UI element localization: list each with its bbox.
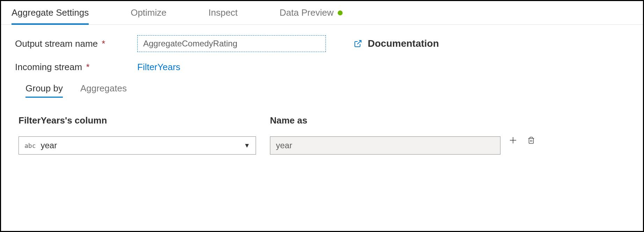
tab-data-preview-label: Data Preview (280, 7, 334, 18)
row-actions (507, 115, 537, 146)
content-area: Output stream name * Documentation Incom… (1, 25, 643, 165)
external-link-icon (354, 39, 362, 48)
tab-inspect[interactable]: Inspect (208, 1, 252, 24)
output-stream-input[interactable] (137, 35, 326, 52)
type-badge: abc (24, 142, 36, 149)
required-asterisk: * (102, 38, 105, 49)
columns-row: FilterYears's column abc year ▼ Name as (15, 115, 629, 155)
sub-tab-group-by[interactable]: Group by (25, 83, 63, 98)
source-column-dropdown[interactable]: abc year ▼ (19, 136, 256, 155)
add-button[interactable] (507, 135, 519, 146)
documentation-link[interactable]: Documentation (354, 38, 439, 49)
name-as-column-group: Name as (270, 115, 500, 155)
trash-icon (527, 136, 535, 144)
svg-line-0 (357, 40, 361, 44)
sub-tab-aggregates[interactable]: Aggregates (80, 83, 127, 98)
incoming-stream-label-text: Incoming stream (15, 62, 82, 72)
incoming-stream-label: Incoming stream * (15, 62, 137, 73)
source-column-header: FilterYears's column (19, 115, 256, 126)
chevron-down-icon: ▼ (244, 142, 250, 149)
source-column-value: year (41, 141, 244, 150)
required-asterisk: * (86, 62, 89, 72)
tab-optimize[interactable]: Optimize (131, 1, 181, 24)
name-as-header: Name as (270, 115, 500, 126)
incoming-stream-value[interactable]: FilterYears (137, 62, 180, 73)
settings-tabs: Aggregate Settings Optimize Inspect Data… (1, 1, 643, 25)
status-dot-icon (338, 10, 343, 15)
output-stream-label-text: Output stream name (15, 38, 98, 49)
documentation-label: Documentation (368, 38, 439, 49)
tab-data-preview[interactable]: Data Preview (280, 1, 357, 24)
source-column-group: FilterYears's column abc year ▼ (19, 115, 256, 155)
output-stream-label: Output stream name * (15, 38, 137, 49)
tab-aggregate-settings[interactable]: Aggregate Settings (12, 1, 103, 24)
sub-tabs: Group by Aggregates (15, 83, 629, 98)
output-stream-row: Output stream name * Documentation (15, 35, 629, 52)
name-as-input[interactable] (270, 136, 500, 155)
columns-section: FilterYears's column abc year ▼ Name as (15, 115, 500, 155)
incoming-stream-row: Incoming stream * FilterYears (15, 62, 629, 73)
plus-icon (509, 136, 517, 144)
delete-button[interactable] (526, 135, 537, 146)
